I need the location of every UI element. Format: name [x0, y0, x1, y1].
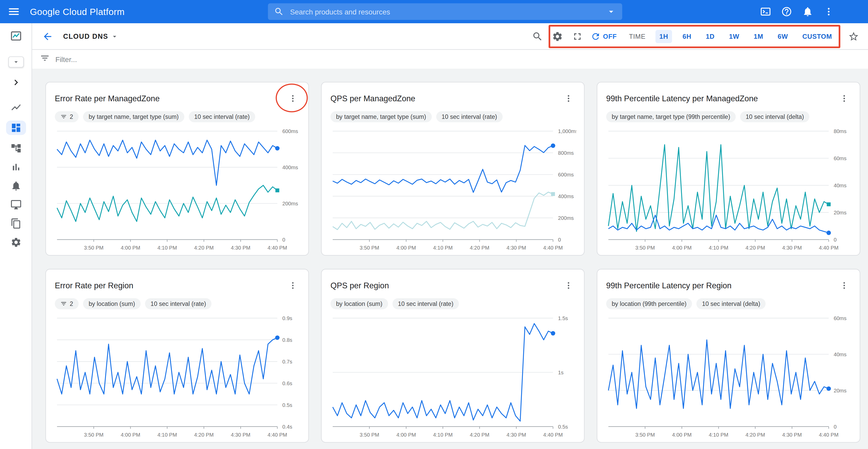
refresh-icon: [591, 32, 601, 41]
monitoring-logo-icon[interactable]: [9, 30, 22, 42]
svg-text:1,000ms: 1,000ms: [558, 128, 577, 134]
cards-grid: Error Rate per ManagedZone 2 by target n…: [32, 69, 868, 443]
card-title: QPS per ManagedZone: [331, 94, 415, 103]
card-qps-per-managedzone: QPS per ManagedZone by target name, targ…: [321, 82, 584, 256]
svg-text:60ms: 60ms: [834, 156, 846, 161]
filter-count-chip[interactable]: 2: [55, 298, 79, 309]
time-range-1h[interactable]: 1H: [655, 30, 672, 43]
svg-text:4:40 PM: 4:40 PM: [268, 432, 287, 438]
sidebar-item-settings[interactable]: [10, 237, 22, 248]
help-icon[interactable]: [780, 5, 793, 18]
global-search[interactable]: [268, 3, 622, 20]
time-range-1d[interactable]: 1D: [702, 30, 718, 43]
line-chart[interactable]: 0.9s0.8s0.7s0.6s0.5s0.4s3:50 PM4:00 PM4:…: [55, 313, 301, 443]
line-chart[interactable]: 600ms400ms200ms03:50 PM4:00 PM4:10 PM4:2…: [55, 126, 301, 256]
aggregation-chip[interactable]: by location (99th percentile): [606, 298, 692, 309]
line-chart[interactable]: 60ms40ms20ms03:50 PM4:00 PM4:10 PM4:20 P…: [606, 313, 852, 443]
filter-icon: [60, 114, 67, 120]
line-chart[interactable]: 1.5s1s0.5s3:50 PM4:00 PM4:10 PM4:20 PM4:…: [331, 313, 577, 443]
interval-chip[interactable]: 10 sec interval (delta): [740, 111, 809, 122]
svg-text:4:00 PM: 4:00 PM: [672, 245, 692, 251]
time-label: TIME: [629, 33, 646, 40]
card-kebab-menu-icon[interactable]: [562, 92, 575, 105]
card-title: Error Rate per ManagedZone: [55, 94, 160, 103]
interval-chip[interactable]: 10 sec interval (rate): [189, 111, 255, 122]
sidebar-item-integrations[interactable]: [10, 161, 22, 172]
card-99th-percentile-latency-per-managedzone: 99th Percentile Latency per ManagedZone …: [597, 82, 860, 256]
dashboard-title-dropdown[interactable]: CLOUD DNS: [63, 32, 118, 40]
time-range-6w[interactable]: 6W: [774, 30, 792, 43]
card-chips: by location (99th percentile) 10 sec int…: [606, 298, 851, 309]
card-kebab-menu-icon[interactable]: [837, 279, 851, 292]
interval-chip[interactable]: 10 sec interval (rate): [145, 298, 212, 309]
svg-text:3:50 PM: 3:50 PM: [84, 245, 104, 251]
line-chart[interactable]: 80ms60ms40ms20ms03:50 PM4:00 PM4:10 PM4:…: [606, 126, 852, 256]
sidebar-item-dashboards[interactable]: [6, 121, 26, 135]
card-kebab-menu-icon[interactable]: [562, 279, 575, 292]
fullscreen-icon[interactable]: [571, 30, 584, 43]
card-chips: 2 by location (sum) 10 sec interval (rat…: [55, 298, 300, 309]
aggregation-chip[interactable]: by location (sum): [83, 298, 141, 309]
time-range-1m[interactable]: 1M: [750, 30, 767, 43]
interval-chip[interactable]: 10 sec interval (rate): [392, 298, 459, 309]
filter-input[interactable]: [55, 55, 221, 63]
search-chevron-down-icon[interactable]: [604, 5, 618, 18]
time-range-custom[interactable]: CUSTOM: [799, 30, 836, 43]
page: Google Cloud Platform: [0, 0, 868, 449]
auto-refresh-toggle[interactable]: OFF: [591, 32, 617, 41]
svg-text:20ms: 20ms: [834, 210, 846, 216]
svg-text:4:10 PM: 4:10 PM: [709, 432, 728, 438]
menu-icon[interactable]: [2, 0, 26, 23]
svg-text:200ms: 200ms: [558, 215, 574, 221]
card-kebab-menu-icon[interactable]: [837, 92, 851, 105]
sidebar-nav: [6, 102, 26, 248]
sidebar-item-metrics-explorer[interactable]: [10, 102, 22, 113]
svg-text:1.5s: 1.5s: [558, 315, 568, 321]
svg-text:4:30 PM: 4:30 PM: [231, 245, 250, 251]
card-title: Error Rate per Region: [55, 281, 133, 290]
card-chips: by location (sum) 10 sec interval (rate): [331, 298, 576, 309]
interval-chip[interactable]: 10 sec interval (delta): [696, 298, 766, 309]
svg-text:4:20 PM: 4:20 PM: [470, 245, 489, 251]
svg-text:60ms: 60ms: [834, 315, 846, 321]
svg-text:3:50 PM: 3:50 PM: [360, 245, 379, 251]
metric-search-icon[interactable]: [531, 30, 544, 43]
sidebar-collapse-dropdown-button[interactable]: [8, 56, 24, 67]
time-range-6h[interactable]: 6H: [679, 30, 695, 43]
sidebar-item-alerting[interactable]: [10, 180, 22, 191]
back-arrow-icon[interactable]: [41, 30, 54, 43]
svg-text:4:00 PM: 4:00 PM: [396, 432, 416, 438]
line-chart[interactable]: 1,000ms800ms600ms400ms200ms03:50 PM4:00 …: [331, 126, 577, 256]
svg-text:400ms: 400ms: [558, 193, 574, 199]
aggregation-chip[interactable]: by location (sum): [331, 298, 388, 309]
notifications-bell-icon[interactable]: [801, 5, 814, 18]
favorite-star-icon[interactable]: [847, 30, 860, 43]
svg-text:0: 0: [558, 237, 561, 243]
dashboard-settings-gear-icon[interactable]: [551, 30, 564, 43]
aggregation-chip[interactable]: by target name, target type (99th percen…: [606, 111, 736, 122]
sidebar-item-uptime-checks[interactable]: [10, 199, 22, 210]
cloud-shell-icon[interactable]: [759, 5, 772, 18]
top-app-bar: Google Cloud Platform: [0, 0, 868, 23]
aggregation-chip[interactable]: by target name, target type (sum): [83, 111, 184, 122]
time-range-1w[interactable]: 1W: [725, 30, 743, 43]
sidebar-expand-chevron-icon[interactable]: [11, 77, 21, 88]
card-error-rate-per-region: Error Rate per Region 2 by location (sum…: [45, 269, 309, 443]
dashboard-toolbar: CLOUD DNS OFF TIME 1H 6H 1D 1W 1M: [32, 23, 868, 50]
filter-count-chip[interactable]: 2: [55, 111, 79, 122]
card-kebab-menu-icon[interactable]: [286, 279, 299, 292]
svg-text:0.4s: 0.4s: [282, 424, 292, 429]
search-input[interactable]: [290, 7, 604, 16]
card-kebab-menu-icon[interactable]: [286, 92, 299, 105]
svg-text:4:40 PM: 4:40 PM: [819, 432, 839, 438]
svg-text:4:40 PM: 4:40 PM: [543, 432, 563, 438]
svg-text:4:30 PM: 4:30 PM: [782, 245, 802, 251]
more-options-kebab-icon[interactable]: [822, 5, 835, 18]
svg-text:0: 0: [834, 237, 836, 243]
card-title: 99th Percentile Latency per Region: [606, 281, 732, 290]
interval-chip[interactable]: 10 sec interval (rate): [436, 111, 503, 122]
sidebar-item-groups[interactable]: [10, 218, 22, 229]
page-title: CLOUD DNS: [63, 32, 108, 40]
aggregation-chip[interactable]: by target name, target type (sum): [331, 111, 432, 122]
sidebar-item-services[interactable]: [10, 143, 22, 154]
